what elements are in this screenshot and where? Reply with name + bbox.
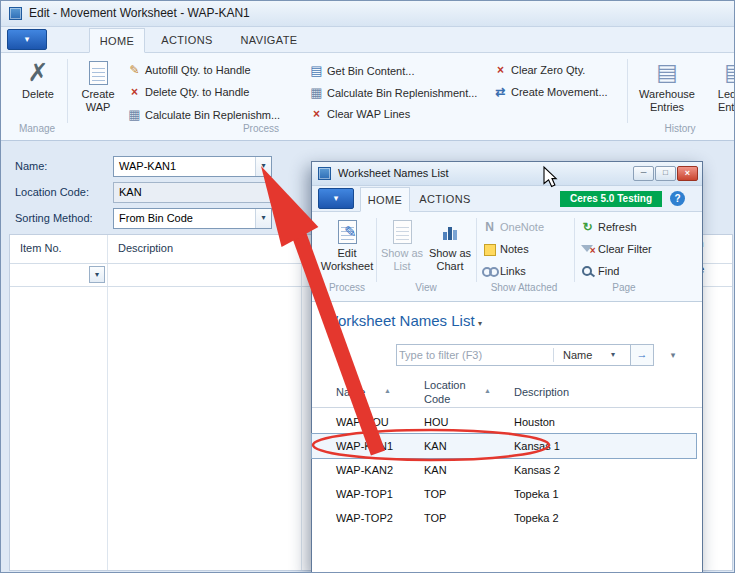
tab-actions[interactable]: ACTIONS (153, 28, 221, 52)
button-label: Notes (500, 243, 529, 255)
col-header-name[interactable]: Name (336, 385, 365, 399)
window-title: Edit - Movement Worksheet - WAP-KAN1 (29, 1, 250, 26)
group-label-process: Process (196, 123, 326, 134)
help-button[interactable]: ? (670, 191, 685, 206)
sort-asc-icon: ▲ (384, 387, 391, 394)
ribbon-separator (376, 218, 377, 282)
application-menu-button[interactable]: ▾ (7, 29, 47, 50)
filter-input[interactable] (399, 346, 549, 364)
edit-worksheet-label: Edit Worksheet (320, 247, 374, 273)
location-code-value: KAN (119, 183, 142, 202)
col-header-item-no[interactable]: Item No. (20, 235, 62, 262)
notes-button[interactable]: Notes (482, 240, 529, 259)
ribbon-separator (627, 59, 628, 123)
help-icon: ? (674, 193, 680, 204)
sorting-method-combobox[interactable]: From Bin Code ▾ (113, 208, 272, 229)
chevron-down-icon[interactable]: ▾ (478, 319, 482, 328)
links-button[interactable]: Links (482, 262, 526, 281)
button-label: Calculate Bin Replenishm... (145, 109, 280, 121)
name-value: WAP-KAN1 (119, 157, 176, 176)
button-label: Get Bin Content... (327, 65, 414, 77)
cell-description: Houston (514, 410, 555, 434)
table-row[interactable]: WAP-TOP2 TOP Topeka 2 (312, 506, 696, 530)
table-row[interactable]: WAP-KAN2 KAN Kansas 2 (312, 458, 696, 482)
delete-button[interactable]: ✗ Delete (15, 57, 61, 101)
ledger-entries-button[interactable]: ▤ Ledger Entries (703, 57, 735, 114)
find-button[interactable]: Find (580, 262, 619, 281)
col-header-description[interactable]: Description (118, 235, 173, 262)
edit-worksheet-button[interactable]: ✎ Edit Worksheet (320, 216, 374, 273)
cell-name: WAP-KAN1 (336, 434, 393, 458)
calculate-bin-replenishment-button[interactable]: ▦Calculate Bin Replenishment... (309, 83, 477, 102)
expand-filter-chevron[interactable]: ▾ (666, 348, 680, 362)
chevron-down-icon[interactable]: ▾ (611, 345, 615, 365)
col-header-description[interactable]: Description (514, 385, 569, 399)
chevron-down-icon: ▾ (334, 193, 339, 203)
autofill-qty-button[interactable]: ✎Autofill Qty. to Handle (127, 61, 251, 80)
col-header-location-code[interactable]: Location Code (424, 378, 478, 406)
create-wap-button[interactable]: Create WAP (73, 57, 123, 114)
tab-actions[interactable]: ACTIONS (414, 187, 476, 211)
cell-name: WAP-KAN2 (336, 458, 393, 482)
window-icon (9, 7, 22, 20)
show-as-chart-label: Show as Chart (426, 247, 474, 273)
clear-wap-lines-button[interactable]: ×Clear WAP Lines (309, 105, 410, 124)
divider (553, 348, 554, 362)
movement-icon: ⇄ (493, 83, 508, 102)
group-label-history: History (635, 123, 725, 134)
tab-navigate[interactable]: NAVIGATE (229, 28, 309, 52)
show-as-list-label: Show as List (380, 247, 424, 273)
cell-description: Topeka 2 (514, 506, 559, 530)
onenote-icon: N (482, 218, 497, 237)
clear-filter-button[interactable]: Clear Filter (580, 240, 652, 259)
name-combobox[interactable]: WAP-KAN1 ▾ (113, 156, 272, 177)
onenote-button[interactable]: NOneNote (482, 218, 544, 237)
icon-holder (380, 216, 424, 246)
apply-filter-button[interactable]: → (630, 345, 653, 365)
filter-icon (581, 244, 595, 256)
list-header: Name ▲ Location Code ▲ Description (312, 376, 702, 408)
button-label: Clear WAP Lines (327, 108, 410, 120)
ledger-table-icon: ▤ (635, 57, 699, 87)
create-movement-button[interactable]: ⇄Create Movement... (493, 83, 608, 102)
show-as-list-button[interactable]: Show as List (380, 216, 424, 273)
tab-home[interactable]: HOME (89, 28, 145, 53)
pencil-icon: ✎ (127, 61, 142, 80)
maximize-button[interactable]: □ (655, 166, 676, 181)
tab-home[interactable]: HOME (360, 187, 410, 212)
filter-column-selector[interactable]: Name (563, 345, 592, 365)
delete-qty-button[interactable]: ×Delete Qty. to Handle (127, 83, 249, 102)
refresh-button[interactable]: ↻Refresh (580, 218, 637, 237)
application-menu-button[interactable]: ▾ (318, 188, 354, 209)
red-x-icon: × (309, 105, 324, 124)
bar-chart-icon (442, 224, 458, 240)
caret-glyph: ▾ (261, 161, 265, 170)
table-row[interactable]: WAP-HOU HOU Houston (312, 410, 696, 434)
item-no-cell-dropdown[interactable]: ▾ (89, 266, 105, 283)
worksheet-names-list-window: Worksheet Names List ─ □ × ▾ HOME ACTION… (311, 161, 703, 573)
table-row[interactable]: WAP-TOP1 TOP Topeka 1 (312, 482, 696, 506)
maximize-icon: □ (663, 168, 668, 177)
note-icon (484, 244, 496, 256)
icon-holder (482, 262, 497, 281)
group-label-view: View (378, 282, 474, 293)
chevron-down-icon[interactable]: ▾ (255, 157, 271, 176)
icon-holder (482, 240, 497, 259)
chevron-down-icon[interactable]: ▾ (255, 209, 271, 228)
refresh-icon: ↻ (580, 218, 595, 237)
clear-zero-qty-button[interactable]: ×Clear Zero Qty. (493, 61, 585, 80)
minimize-button[interactable]: ─ (633, 166, 654, 181)
get-bin-content-button[interactable]: ▤Get Bin Content... (309, 61, 414, 80)
close-button[interactable]: × (677, 166, 698, 181)
show-as-chart-button[interactable]: Show as Chart (426, 216, 474, 273)
popup-ribbon: ✎ Edit Worksheet Show as List Show as Ch… (312, 212, 702, 302)
cell-location: TOP (424, 506, 446, 530)
table-row-selected[interactable]: WAP-KAN1 KAN Kansas 1 (312, 434, 696, 458)
button-label: Delete Qty. to Handle (145, 86, 249, 98)
ledger-entries-label: Ledger Entries (703, 88, 735, 114)
icon-holder (426, 216, 474, 246)
red-x-icon: × (127, 83, 142, 102)
group-label-show-attached: Show Attached (480, 282, 568, 293)
calculate-bin-replenish-button[interactable]: ▦Calculate Bin Replenishm... (127, 105, 280, 124)
warehouse-entries-button[interactable]: ▤ Warehouse Entries (635, 57, 699, 114)
